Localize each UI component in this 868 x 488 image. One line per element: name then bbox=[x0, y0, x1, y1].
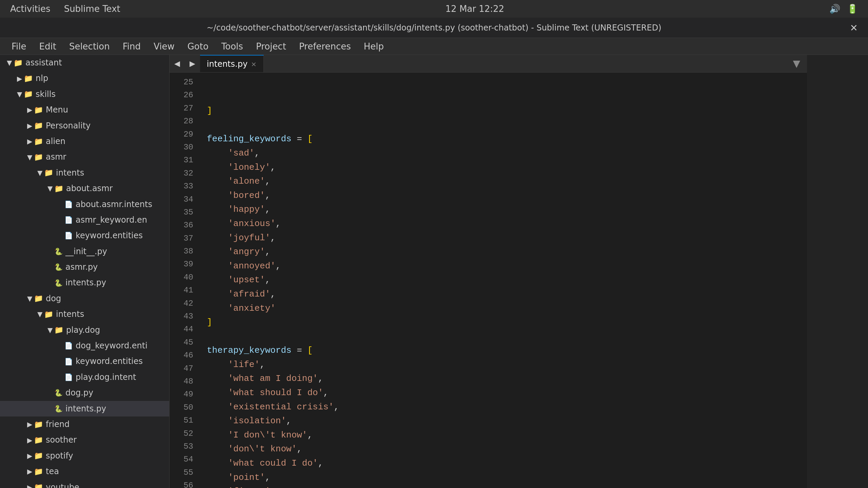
sidebar-item-asmr.py[interactable]: 🐍asmr.py bbox=[0, 259, 169, 275]
menu-item-tools[interactable]: Tools bbox=[217, 39, 248, 54]
sidebar-item-Menu[interactable]: ▶📁Menu bbox=[0, 102, 169, 118]
folder-arrow-icon: ▶ bbox=[27, 136, 34, 147]
line-number: 53 bbox=[173, 440, 193, 453]
sidebar-item-_init__py[interactable]: 🐍__init__.py bbox=[0, 244, 169, 259]
folder-arrow-icon: ▼ bbox=[37, 309, 44, 320]
menu-item-file[interactable]: File bbox=[7, 39, 31, 54]
tree-item-label: about.asmr bbox=[66, 182, 113, 195]
tree-item-label: intents bbox=[56, 166, 84, 179]
code-line: 'sad', bbox=[207, 146, 807, 161]
tree-item-label: nlp bbox=[36, 72, 48, 85]
operator: = bbox=[292, 134, 308, 144]
sidebar-item-dog-intents[interactable]: ▼📁intents bbox=[0, 306, 169, 322]
menu-item-selection[interactable]: Selection bbox=[64, 39, 115, 54]
sidebar-item-Personality[interactable]: ▶📁Personality bbox=[0, 118, 169, 134]
line-number: 32 bbox=[173, 167, 193, 180]
string-value: 'anxious' bbox=[228, 219, 275, 229]
folder-icon: 📁 bbox=[34, 120, 43, 131]
sidebar-item-play.dog[interactable]: ▼📁play.dog bbox=[0, 322, 169, 338]
folder-icon: 📁 bbox=[34, 481, 43, 488]
code-line: 'don\'t know', bbox=[207, 442, 807, 456]
tree-item-label: assistant bbox=[25, 56, 62, 69]
app-label: Sublime Text bbox=[64, 4, 120, 14]
folder-arrow-icon: ▶ bbox=[17, 73, 24, 84]
punctuation: , bbox=[286, 416, 292, 426]
sidebar-item-keyword.entities-asmr[interactable]: 📄keyword.entities bbox=[0, 228, 169, 243]
line-number: 39 bbox=[173, 258, 193, 271]
tab-label: intents.py bbox=[207, 59, 248, 69]
line-number: 51 bbox=[173, 414, 193, 427]
tree-item-label: dog bbox=[46, 292, 61, 305]
line-number: 33 bbox=[173, 180, 193, 193]
sidebar-item-assistant[interactable]: ▼📁assistant bbox=[0, 55, 169, 70]
sidebar-item-alien[interactable]: ▶📁alien bbox=[0, 134, 169, 149]
menu-item-view[interactable]: View bbox=[149, 39, 179, 54]
battery-icon[interactable]: 🔋 bbox=[847, 4, 858, 14]
tree-item-label: keyword.entities bbox=[76, 229, 143, 242]
string-value: 'isolation' bbox=[228, 416, 286, 426]
menu-item-project[interactable]: Project bbox=[251, 39, 291, 54]
sidebar-item-skills[interactable]: ▼📁skills bbox=[0, 86, 169, 102]
sidebar-item-dog_keyword.enti[interactable]: 📄dog_keyword.enti bbox=[0, 338, 169, 353]
code-line: 'existential crisis', bbox=[207, 400, 807, 414]
folder-arrow-icon: ▶ bbox=[27, 419, 34, 430]
punctuation: , bbox=[265, 190, 271, 201]
folder-arrow-icon: ▶ bbox=[27, 120, 34, 131]
menu-item-find[interactable]: Find bbox=[118, 39, 145, 54]
code-line: 'life', bbox=[207, 358, 807, 372]
volume-icon[interactable]: 🔊 bbox=[829, 4, 840, 14]
line-number: 54 bbox=[173, 453, 193, 466]
code-area[interactable]: ] feeling_keywords = [ 'sad', 'lonely', … bbox=[200, 73, 807, 488]
active-tab[interactable]: intents.py × bbox=[200, 55, 264, 72]
sidebar-item-asmr_keyword.en[interactable]: 📄asmr_keyword.en bbox=[0, 212, 169, 228]
line-number: 48 bbox=[173, 375, 193, 388]
tree-item-label: youtube bbox=[46, 481, 79, 488]
code-line: 'what could I do', bbox=[207, 456, 807, 471]
sidebar-item-keyword.entities-dog[interactable]: 📄keyword.entities bbox=[0, 353, 169, 369]
sidebar-item-friend[interactable]: ▶📁friend bbox=[0, 416, 169, 432]
sidebar-item-tea[interactable]: ▶📁tea bbox=[0, 464, 169, 479]
menu-item-edit[interactable]: Edit bbox=[35, 39, 61, 54]
sidebar-item-nlp[interactable]: ▶📁nlp bbox=[0, 70, 169, 86]
line-number: 37 bbox=[173, 232, 193, 245]
line-number: 34 bbox=[173, 193, 193, 206]
sidebar-item-about.asmr[interactable]: ▼📁about.asmr bbox=[0, 181, 169, 196]
activities-label[interactable]: Activities bbox=[10, 4, 51, 14]
sidebar-item-soother[interactable]: ▶📁soother bbox=[0, 432, 169, 448]
sidebar-item-intents.py-dog[interactable]: 🐍intents.py bbox=[0, 401, 169, 416]
tabbar: ◀ ▶ intents.py × ▼ bbox=[170, 55, 807, 73]
tab-nav-left[interactable]: ◀ bbox=[170, 59, 185, 68]
string-value: 'upset' bbox=[228, 275, 265, 285]
file-icon: 📄 bbox=[64, 372, 73, 383]
tabbar-dropdown[interactable]: ▼ bbox=[786, 58, 807, 69]
code-line: 'upset', bbox=[207, 273, 807, 287]
menu-item-preferences[interactable]: Preferences bbox=[294, 39, 356, 54]
sidebar-item-play.dog.intent[interactable]: 📄play.dog.intent bbox=[0, 369, 169, 385]
sidebar-item-intents[interactable]: ▼📁intents bbox=[0, 165, 169, 181]
line-number: 29 bbox=[173, 128, 193, 141]
string-value: 'annoyed' bbox=[228, 261, 275, 271]
menu-item-help[interactable]: Help bbox=[359, 39, 389, 54]
tree-item-label: keyword.entities bbox=[76, 355, 143, 368]
sidebar-item-youtube[interactable]: ▶📁youtube bbox=[0, 480, 169, 488]
punctuation: , bbox=[297, 444, 302, 454]
folder-icon: 📁 bbox=[34, 104, 43, 116]
editor-content[interactable]: 2526272829303132333435363738394041424344… bbox=[170, 73, 807, 488]
tab-nav-right[interactable]: ▶ bbox=[185, 59, 200, 68]
code-line: 'afraid', bbox=[207, 287, 807, 302]
sidebar-item-dog[interactable]: ▼📁dog bbox=[0, 291, 169, 306]
sidebar-item-dog.py[interactable]: 🐍dog.py bbox=[0, 385, 169, 401]
file-icon: 📄 bbox=[64, 230, 73, 241]
sidebar-item-intents.py-asmr[interactable]: 🐍intents.py bbox=[0, 275, 169, 290]
sidebar-item-asmr[interactable]: ▼📁asmr bbox=[0, 149, 169, 165]
sidebar-item-about.asmr.intents[interactable]: 📄about.asmr.intents bbox=[0, 197, 169, 212]
code-line: 'what should I do', bbox=[207, 386, 807, 400]
topbar-right: 🔊 🔋 bbox=[829, 4, 858, 14]
minimap bbox=[807, 55, 868, 488]
sidebar-item-spotify[interactable]: ▶📁spotify bbox=[0, 448, 169, 464]
close-button[interactable]: ✕ bbox=[850, 22, 858, 33]
tab-close-button[interactable]: × bbox=[251, 60, 257, 68]
menu-item-goto[interactable]: Goto bbox=[183, 39, 213, 54]
code-line: 'what am I doing', bbox=[207, 372, 807, 386]
punctuation: , bbox=[318, 458, 323, 468]
